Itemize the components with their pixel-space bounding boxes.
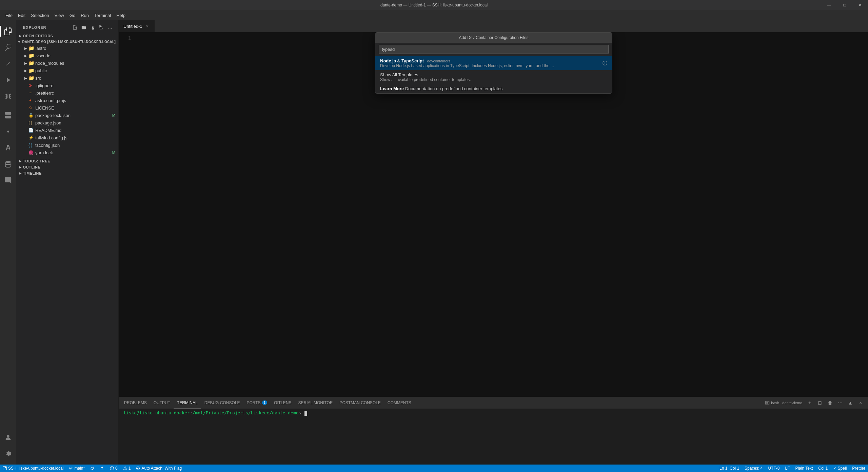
activity-gitlens[interactable] [0, 123, 16, 140]
activity-database[interactable] [0, 156, 16, 172]
panel-tab-serial-monitor[interactable]: SERIAL MONITOR [295, 397, 336, 409]
menu-file[interactable]: File [3, 12, 15, 19]
tree-item-gitignore[interactable]: ⊗ .gitignore [16, 82, 118, 89]
status-encoding[interactable]: UTF-8 [765, 465, 782, 472]
activity-explorer[interactable] [0, 23, 16, 39]
activity-search[interactable] [0, 39, 16, 56]
menu-terminal[interactable]: Terminal [92, 12, 114, 19]
tree-item-prettierrc[interactable]: ⋯ .prettierrc [16, 89, 118, 97]
status-sync[interactable] [87, 465, 97, 472]
terminal-cursor [304, 411, 307, 416]
kill-terminal-btn[interactable]: 🗑 [825, 398, 835, 408]
activity-testing[interactable] [0, 140, 16, 156]
terminal-prompt: liske@liske-ubuntu-docker:/mnt/Private/P… [123, 410, 304, 415]
split-terminal-btn[interactable]: ⊟ [815, 398, 825, 408]
panel-tab-problems[interactable]: PROBLEMS [121, 397, 150, 409]
status-publish[interactable] [97, 465, 107, 472]
panel-tab-output[interactable]: OUTPUT [150, 397, 174, 409]
status-cursor-pos[interactable]: Ln 1, Col 1 [717, 465, 742, 472]
status-warnings[interactable]: 1 [120, 465, 134, 472]
section-todos-tree[interactable]: ▶ TODOS: TREE [16, 158, 118, 164]
tab-untitled-1[interactable]: Untitled-1 × [119, 20, 155, 32]
modal-result-nodejs-typescript[interactable]: Node.js & TypeScript devcontainers Devel… [375, 56, 612, 70]
svg-rect-7 [3, 467, 7, 470]
activity-accounts[interactable] [0, 429, 16, 446]
new-folder-icon[interactable] [80, 24, 87, 31]
ellipsis-icon[interactable]: … [106, 24, 114, 31]
modal-show-all-templates[interactable]: Show All Templates... Show all available… [375, 70, 612, 84]
activity-settings[interactable] [0, 446, 16, 462]
close-panel-btn[interactable]: × [856, 398, 865, 408]
panel-tab-ports[interactable]: PORTS 1 [243, 397, 271, 409]
modal-input-row [375, 43, 612, 56]
public-folder-icon: 📁 [28, 68, 34, 73]
status-branch[interactable]: main* [66, 465, 87, 472]
tab-close-button[interactable]: × [144, 23, 151, 29]
panel-terminal-content[interactable]: liske@liske-ubuntu-docker:/mnt/Private/P… [119, 409, 868, 465]
tsconfig-icon: { } [28, 143, 34, 148]
panel-tab-postman-console[interactable]: POSTMAN CONSOLE [336, 397, 384, 409]
tree-item-package-json[interactable]: { } package.json [16, 119, 118, 126]
activity-chat[interactable] [0, 172, 16, 189]
new-terminal-btn[interactable]: ＋ [805, 398, 814, 408]
panel-tab-debug-console[interactable]: DEBUG CONSOLE [201, 397, 243, 409]
menu-view[interactable]: View [52, 12, 67, 19]
status-language-label: Plain Text [795, 466, 813, 471]
menu-bar: File Edit Selection View Go Run Terminal… [0, 10, 868, 20]
src-folder-label: src [35, 76, 115, 81]
section-open-editors[interactable]: ▶ OPEN EDITORS [16, 33, 118, 39]
activity-source-control[interactable] [0, 56, 16, 72]
menu-selection[interactable]: Selection [28, 12, 52, 19]
activity-run-debug[interactable] [0, 72, 16, 88]
menu-help[interactable]: Help [114, 12, 128, 19]
new-file-icon[interactable] [71, 24, 79, 31]
section-project[interactable]: ▼ DANTE-DEMO [SSH: LISKE-UBUNTU-DOCKER.L… [16, 39, 118, 44]
todos-label: TODOS: TREE [23, 159, 50, 163]
tree-item-node-modules-folder[interactable]: ▶ 📁 node_modules [16, 59, 118, 67]
close-button[interactable]: ✕ [852, 0, 868, 10]
status-prettier[interactable]: Prettier [849, 465, 868, 472]
status-remote[interactable]: SSH: liske-ubuntu-docker.local [0, 465, 66, 472]
tree-item-tsconfig[interactable]: { } tsconfig.json [16, 141, 118, 149]
tree-item-astro-folder[interactable]: ▶ 📁 .astro [16, 44, 118, 52]
status-spaces[interactable]: Spaces: 4 [742, 465, 765, 472]
section-timeline[interactable]: ▶ TIMELINE [16, 170, 118, 176]
minimize-button[interactable]: — [821, 0, 837, 10]
maximize-panel-btn[interactable]: ▲ [846, 398, 855, 408]
status-auto-attach[interactable]: Auto Attach: With Flag [133, 465, 184, 472]
readme-icon: 📄 [28, 128, 34, 133]
yarn-lock-icon: 🧶 [28, 150, 34, 155]
menu-edit[interactable]: Edit [15, 12, 28, 19]
status-col1[interactable]: Col 1 [815, 465, 830, 472]
activity-remote-explorer[interactable] [0, 107, 16, 123]
modal-learn-more[interactable]: Learn More Documentation on predefined c… [375, 84, 612, 93]
tree-item-package-lock[interactable]: 🔒 package-lock.json M [16, 112, 118, 119]
tree-item-readme[interactable]: 📄 README.md [16, 126, 118, 134]
terminal-more-btn[interactable]: ⋯ [835, 398, 845, 408]
status-errors[interactable]: 0 [107, 465, 120, 472]
panel-tab-terminal[interactable]: TERMINAL [174, 397, 201, 409]
status-eol[interactable]: LF [782, 465, 792, 472]
status-spell[interactable]: ✓ Spell [830, 465, 849, 472]
section-outline[interactable]: ▶ OUTLINE [16, 164, 118, 170]
refresh-icon[interactable] [89, 24, 96, 31]
panel-tab-comments[interactable]: COMMENTS [384, 397, 415, 409]
modal-overlay: Add Dev Container Configuration Files No… [119, 32, 868, 397]
tree-item-public-folder[interactable]: ▶ 📁 public [16, 67, 118, 74]
tree-item-tailwind[interactable]: ⚡ tailwind.config.js [16, 134, 118, 141]
tree-item-yarn-lock[interactable]: 🧶 yarn.lock M [16, 149, 118, 156]
menu-run[interactable]: Run [78, 12, 92, 19]
modal-search-input[interactable] [379, 45, 609, 54]
menu-go[interactable]: Go [67, 12, 78, 19]
tree-item-vscode-folder[interactable]: ▶ 📁 .vscode [16, 52, 118, 59]
dev-container-modal: Add Dev Container Configuration Files No… [375, 32, 612, 94]
tree-item-license[interactable]: ⚖ LICENSE [16, 104, 118, 112]
modal-info-icon[interactable]: ⓘ [603, 60, 607, 66]
tree-item-src-folder[interactable]: ▶ 📁 src [16, 74, 118, 82]
panel-tab-gitlens[interactable]: GITLENS [271, 397, 295, 409]
activity-extensions[interactable] [0, 88, 16, 104]
collapse-all-icon[interactable] [98, 24, 105, 31]
status-language[interactable]: Plain Text [792, 465, 815, 472]
tree-item-astro-config[interactable]: ✦ astro.config.mjs [16, 97, 118, 104]
maximize-button[interactable]: □ [837, 0, 852, 10]
